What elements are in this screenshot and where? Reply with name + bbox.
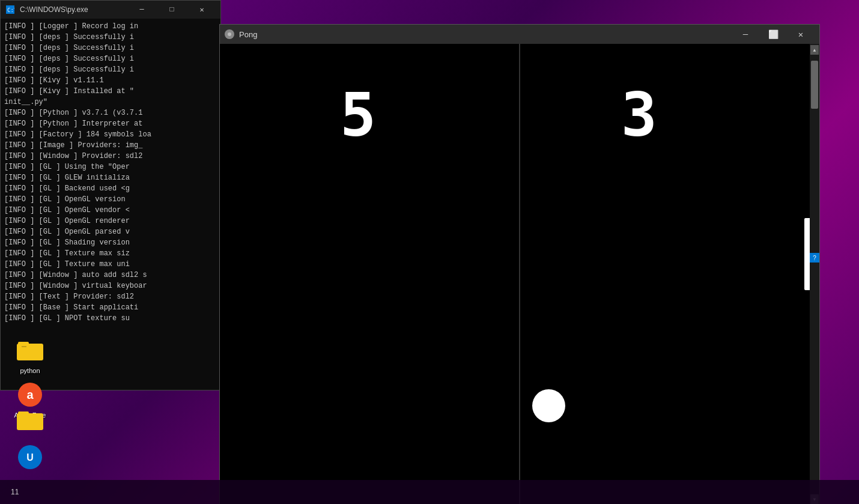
folder2-icon [16,405,44,434]
cmd-line: [INFO ] [deps ] Successfully i [4,64,217,75]
cmd-line: [INFO ] [Factory ] 184 symbols loa [4,129,217,140]
cmd-line: [INFO ] [GL ] Using the "Oper [4,162,217,172]
cmd-line: [INFO ] [GL ] Texture max uni [4,259,217,270]
uplay-app-icon: U [16,443,44,472]
desktop-icon-uplay[interactable]: U [6,443,54,474]
cmd-line: [INFO ] [Window ] Provider: sdl2 [4,151,217,162]
cmd-output: [INFO ] [Logger ] Record log in [INFO ] … [1,19,220,390]
svg-rect-9 [17,413,43,430]
pong-game-area[interactable]: 5 3 [220,44,819,504]
cmd-line: [INFO ] [GL ] GLEW initializa [4,172,217,183]
cmd-controls: — □ ✕ [128,1,216,19]
cmd-titlebar: C:\ C:\WINDOWS\py.exe — □ ✕ [1,1,220,19]
cmd-minimize-button[interactable]: — [128,1,156,19]
svg-text:C:\: C:\ [7,7,14,13]
python-icon-label: python [20,367,40,374]
cmd-icon: C:\ [5,5,15,14]
pong-scroll-thumb[interactable] [811,61,818,109]
cmd-line: [INFO ] [GL ] OpenGL renderer [4,216,217,226]
cmd-line: [INFO ] [GL ] OpenGL parsed v [4,226,217,237]
pong-help-button[interactable]: ? [810,253,819,263]
svg-rect-4 [17,344,43,360]
avast-app-icon: a [16,380,44,409]
cmd-line: [INFO ] [GL ] Texture max siz [4,248,217,259]
pong-icon [225,29,234,39]
python-folder-icon [16,336,44,365]
cmd-maximize-button[interactable]: □ [158,1,186,19]
pong-ball [532,389,565,422]
cmd-line: [INFO ] [GL ] Shading version [4,237,217,248]
cmd-line: [INFO ] [Window ] auto add sdl2 s [4,270,217,281]
pong-titlebar: Pong — ⬜ ✕ [220,25,819,44]
cmd-line: [INFO ] [Python ] v3.7.1 (v3.7.1 [4,108,217,118]
cmd-close-button[interactable]: ✕ [188,1,216,19]
cmd-title: C:\WINDOWS\py.exe [20,5,123,14]
cmd-line: [INFO ] [GL ] Backend used <g [4,183,217,194]
cmd-line: [INFO ] [GL ] NPOT texture su [4,313,217,324]
cmd-line: [INFO ] [Text ] Provider: sdl2 [4,291,217,302]
pong-minimize-button[interactable]: — [732,25,759,44]
svg-rect-6 [22,346,26,347]
cmd-line: [INFO ] [deps ] Successfully i [4,43,217,53]
cmd-line: [INFO ] [Base ] Start applicati [4,302,217,313]
cmd-line: [INFO ] [Kivy ] Installed at " [4,86,217,97]
pong-maximize-button[interactable]: ⬜ [759,25,787,44]
taskbar: 11 [0,480,859,504]
pong-scrollbar[interactable]: ▲ ▼ [810,44,819,504]
taskbar-pong-item[interactable]: 11 [5,485,25,499]
cmd-line: [INFO ] [GL ] OpenGL version [4,194,217,205]
cmd-line: [INFO ] [Logger ] Record log in [4,21,217,32]
cmd-line: [INFO ] [Window ] virtual keyboar [4,281,217,291]
cmd-window: C:\ C:\WINDOWS\py.exe — □ ✕ [INFO ] [Log… [0,0,221,390]
svg-rect-5 [18,342,29,346]
pong-window: Pong — ⬜ ✕ 5 3 ▲ ▼ ? [219,24,820,504]
pong-close-button[interactable]: ✕ [787,25,815,44]
svg-text:a: a [26,388,34,401]
pong-title: Pong [239,30,727,39]
pong-controls: — ⬜ ✕ [732,25,815,44]
cmd-line: [INFO ] [Python ] Interpreter at [4,118,217,129]
svg-text:U: U [26,452,34,463]
pong-score-right: 3 [621,80,657,150]
desktop-icon-folder2[interactable] [6,405,54,437]
pong-center-line [519,44,520,504]
pong-score-left: 5 [340,80,376,150]
cmd-line: [INFO ] [Kivy ] v1.11.1 [4,75,217,86]
svg-rect-10 [18,411,29,416]
cmd-line: [INFO ] [Image ] Providers: img_ [4,140,217,151]
desktop-icon-python[interactable]: python [6,336,54,374]
desktop-icons-bottom: U [6,405,54,474]
cmd-line: [INFO ] [GL ] OpenGL vendor < [4,205,217,216]
pong-scroll-track [810,55,819,494]
pong-scroll-up-button[interactable]: ▲ [810,45,819,55]
cmd-line: [INFO ] [deps ] Successfully i [4,53,217,64]
cmd-line: [INFO ] [deps ] Successfully i [4,32,217,43]
svg-point-3 [228,32,231,36]
cmd-line: init__.py" [4,97,217,108]
